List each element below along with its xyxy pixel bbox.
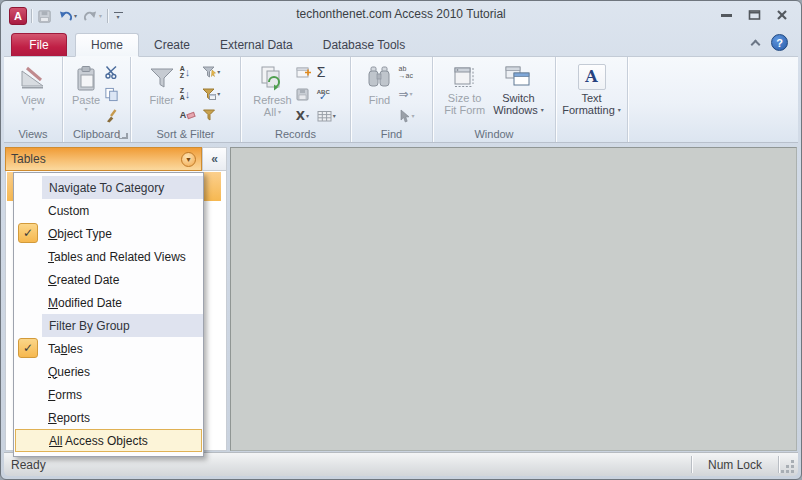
tab-external-data[interactable]: External Data xyxy=(205,33,308,56)
copy-icon xyxy=(104,87,119,102)
clipboard-dialog-launcher-icon[interactable] xyxy=(119,131,127,139)
menu-item-modified-date[interactable]: Modified Date xyxy=(14,291,203,314)
copy-button[interactable] xyxy=(102,84,121,105)
select-button[interactable]: ▾ xyxy=(396,105,416,126)
tab-home[interactable]: Home xyxy=(75,33,139,57)
delete-button[interactable]: X ▾ xyxy=(294,105,313,126)
access-window: A ▾ ▾ ▾ techonthenet.com Access 2010 Tut… xyxy=(0,0,802,480)
separator xyxy=(778,456,779,472)
more-grid-icon xyxy=(317,110,332,122)
dropdown-arrow-icon: ▾ xyxy=(278,109,281,115)
ribbon-group-records: Refresh All ▾ X ▾ xyxy=(241,57,351,142)
refresh-all-icon xyxy=(260,62,284,94)
undo-icon xyxy=(58,10,73,23)
menu-item-tables[interactable]: ✓ Tables xyxy=(14,337,203,360)
spelling-check-icon: ABC ✓ xyxy=(317,89,330,100)
scissors-icon xyxy=(104,65,118,79)
filter-selection-icon xyxy=(202,66,216,79)
totals-button[interactable]: Σ xyxy=(315,62,338,83)
menu-item-reports[interactable]: Reports xyxy=(14,406,203,429)
navigation-pane-header[interactable]: Tables ▼ xyxy=(5,147,202,171)
new-record-button[interactable] xyxy=(294,62,313,83)
group-label-window: Window xyxy=(433,128,555,140)
dropdown-arrow-icon: ▾ xyxy=(541,107,544,113)
size-to-fit-form-button[interactable]: Size to Fit Form xyxy=(444,59,485,126)
resize-grip-icon[interactable] xyxy=(781,460,795,474)
menu-item-forms[interactable]: Forms xyxy=(14,383,203,406)
view-button[interactable]: View ▾ xyxy=(20,59,46,126)
replace-button[interactable]: ab →ac xyxy=(396,62,416,83)
titlebar: A ▾ ▾ ▾ techonthenet.com Access 2010 Tut… xyxy=(4,3,798,29)
menu-item-all-access-objects[interactable]: All Access Objects xyxy=(15,429,202,452)
ribbon-group-text-formatting: A Text Formatting ▾ xyxy=(556,57,628,142)
dropdown-arrow-icon: ▾ xyxy=(74,13,77,19)
help-button[interactable]: ? xyxy=(771,34,788,51)
filter-selection-button[interactable]: ▾ xyxy=(200,62,222,83)
menu-header-navigate-to-category: Navigate To Category xyxy=(42,176,203,199)
tab-file[interactable]: File xyxy=(11,33,67,56)
find-button[interactable]: Find xyxy=(366,59,392,126)
status-text: Ready xyxy=(4,458,46,472)
menu-item-queries[interactable]: Queries xyxy=(14,360,203,383)
navigation-category-menu: Navigate To Category Custom ✓ Object Typ… xyxy=(13,172,204,457)
tab-database-tools[interactable]: Database Tools xyxy=(308,33,421,56)
spelling-button[interactable]: ABC ✓ xyxy=(315,84,338,105)
save-button[interactable] xyxy=(36,8,53,25)
undo-button[interactable]: ▾ xyxy=(57,9,78,24)
text-formatting-button[interactable]: A Text Formatting ▾ xyxy=(562,59,621,126)
chevron-down-circle-icon[interactable]: ▼ xyxy=(181,152,196,167)
num-lock-indicator: Num Lock xyxy=(692,458,778,472)
format-painter-button[interactable] xyxy=(102,105,121,126)
more-button[interactable]: ▾ xyxy=(315,105,338,126)
filter-button[interactable]: Filter xyxy=(149,59,175,126)
access-logo-icon[interactable]: A xyxy=(9,7,27,25)
ribbon-group-sort-filter: Filter AZ ↓ ZA ↓ xyxy=(131,57,241,142)
filter-advanced-button[interactable]: ▾ xyxy=(200,84,222,105)
group-label-records: Records xyxy=(241,128,350,140)
group-label-views: Views xyxy=(4,128,62,140)
select-cursor-icon xyxy=(398,109,410,123)
customize-quick-access-toolbar-icon[interactable]: ▾ xyxy=(112,12,124,21)
menu-item-tables-and-related-views[interactable]: Tables and Related Views xyxy=(14,245,203,268)
separator xyxy=(107,9,108,23)
switch-windows-icon xyxy=(505,62,531,92)
save-icon xyxy=(37,9,52,24)
window-controls xyxy=(718,9,790,21)
cut-button[interactable] xyxy=(102,62,121,83)
menu-header-filter-by-group: Filter By Group xyxy=(42,314,203,337)
switch-windows-button[interactable]: Switch Windows ▾ xyxy=(493,59,544,126)
sort-descending-button[interactable]: ZA ↓ xyxy=(178,84,198,105)
separator xyxy=(31,9,32,23)
sort-ascending-icon: AZ ↓ xyxy=(180,65,191,79)
redo-button[interactable]: ▾ xyxy=(82,9,103,24)
sort-ascending-button[interactable]: AZ ↓ xyxy=(178,62,198,83)
ribbon: View ▾ Views Paste ▾ xyxy=(4,57,798,143)
checkmark-icon: ✓ xyxy=(18,338,38,358)
design-view-icon xyxy=(20,62,46,94)
group-label-sort-filter: Sort & Filter xyxy=(131,128,240,140)
ribbon-group-find: Find ab →ac ⇒ ▾ ▾ xyxy=(351,57,433,142)
group-label-find: Find xyxy=(351,128,432,140)
menu-item-created-date[interactable]: Created Date xyxy=(14,268,203,291)
remove-sort-button[interactable]: A xyxy=(178,105,198,126)
close-button[interactable] xyxy=(774,9,790,21)
funnel-icon xyxy=(149,62,175,94)
menu-item-object-type[interactable]: ✓ Object Type xyxy=(14,222,203,245)
restore-button[interactable] xyxy=(746,9,762,21)
shutter-bar-close-button[interactable]: « xyxy=(202,147,227,171)
workspace xyxy=(230,147,797,451)
binoculars-icon xyxy=(366,62,392,94)
ribbon-empty-space xyxy=(628,57,798,142)
replace-icon: ab →ac xyxy=(398,65,412,79)
go-to-button[interactable]: ⇒ ▾ xyxy=(396,84,416,105)
minimize-button[interactable] xyxy=(718,9,734,21)
totals-sigma-icon: Σ xyxy=(317,64,326,80)
paste-button[interactable]: Paste ▾ xyxy=(72,59,100,126)
menu-item-custom[interactable]: Custom xyxy=(14,199,203,222)
refresh-all-button[interactable]: Refresh All ▾ xyxy=(253,59,292,126)
minimize-ribbon-icon[interactable] xyxy=(751,39,761,49)
new-record-icon xyxy=(296,66,311,79)
toggle-filter-button[interactable] xyxy=(200,105,222,126)
save-record-button[interactable] xyxy=(294,84,313,105)
tab-create[interactable]: Create xyxy=(139,33,205,56)
